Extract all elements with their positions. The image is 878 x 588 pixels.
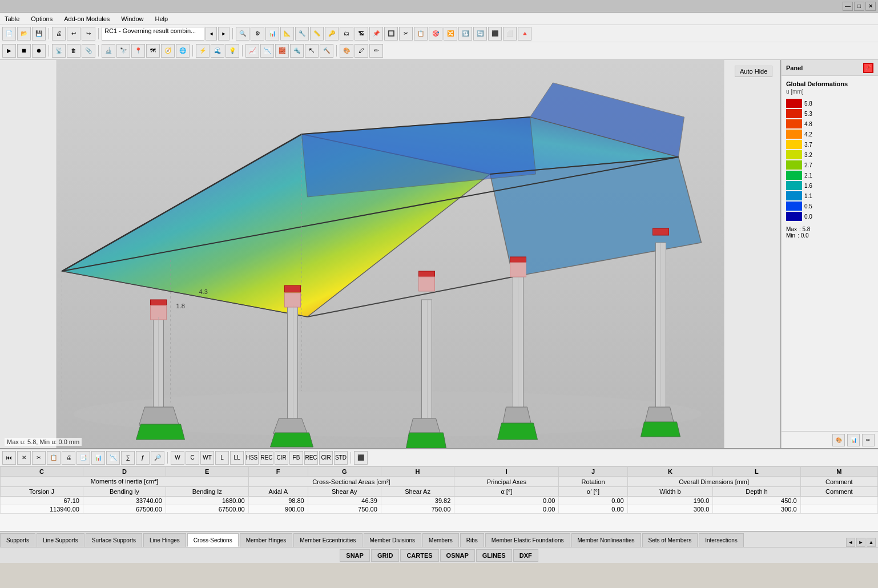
viewport[interactable]: 4.3 1.8 Max u: 5.8, Min u: 0.0 mm bbox=[0, 60, 781, 448]
table-cell[interactable]: 450.0 bbox=[713, 497, 800, 505]
table-cell[interactable]: 300.0 bbox=[713, 505, 800, 514]
menu-addon[interactable]: Add-on Modules bbox=[62, 14, 112, 23]
tbl-tb-7[interactable]: 📊 bbox=[91, 451, 105, 465]
menu-help[interactable]: Help bbox=[152, 14, 170, 23]
tb2-w[interactable]: 🖊 bbox=[355, 44, 368, 58]
tb2-g[interactable]: 🔬 bbox=[102, 44, 115, 58]
tb-btn-b[interactable]: ⚙ bbox=[251, 27, 264, 41]
tb-btn-r[interactable]: ⬛ bbox=[488, 27, 502, 41]
table-cell[interactable]: 0.00 bbox=[454, 497, 559, 505]
table-cell[interactable]: 1680.00 bbox=[166, 497, 248, 505]
tb2-b[interactable]: ⏹ bbox=[17, 44, 31, 58]
tab-intersections[interactable]: Intersections bbox=[699, 533, 744, 547]
tb-btn-f[interactable]: 📏 bbox=[310, 27, 324, 41]
tbl-tb-13[interactable]: C bbox=[186, 451, 199, 465]
table-cell[interactable]: 46.39 bbox=[308, 497, 381, 505]
maximize-button[interactable]: □ bbox=[854, 2, 864, 11]
tab-members[interactable]: Members bbox=[422, 533, 459, 547]
tb-btn-n[interactable]: 🎯 bbox=[429, 27, 442, 41]
tbl-tb-3[interactable]: ✂ bbox=[32, 451, 46, 465]
tb2-d[interactable]: 📡 bbox=[52, 44, 66, 58]
tbl-tb-4[interactable]: 📋 bbox=[47, 451, 61, 465]
combo-load-case[interactable]: RC1 - Governing result combin... bbox=[102, 27, 204, 41]
table-cell[interactable]: 900.00 bbox=[248, 505, 308, 514]
status-btn-glines[interactable]: GLINES bbox=[476, 549, 512, 562]
status-btn-snap[interactable]: SNAP bbox=[340, 549, 370, 562]
tb-print[interactable]: 🖨 bbox=[52, 27, 66, 41]
tbl-tb-23[interactable]: STD bbox=[334, 451, 348, 465]
tb2-i[interactable]: 📍 bbox=[131, 44, 145, 58]
tb-next[interactable]: ► bbox=[218, 27, 229, 41]
tb2-o[interactable]: 💡 bbox=[225, 44, 239, 58]
table-cell[interactable]: 750.00 bbox=[308, 505, 381, 514]
tbl-tb-15[interactable]: L bbox=[215, 451, 229, 465]
minimize-button[interactable]: — bbox=[843, 2, 853, 11]
tbl-tb-6[interactable]: 📑 bbox=[76, 451, 90, 465]
menu-table[interactable]: Table bbox=[2, 14, 22, 23]
tbl-tb-9[interactable]: ∑ bbox=[121, 451, 135, 465]
tab-scroll-btn-1[interactable]: ► bbox=[856, 538, 865, 547]
menu-window[interactable]: Window bbox=[119, 14, 146, 23]
status-btn-dxf[interactable]: DXF bbox=[513, 549, 538, 562]
status-btn-cartes[interactable]: CARTES bbox=[400, 549, 438, 562]
tbl-tb-8[interactable]: 📉 bbox=[106, 451, 120, 465]
tbl-tb-2[interactable]: ✕ bbox=[17, 451, 31, 465]
tbl-tb-20[interactable]: FB bbox=[289, 451, 303, 465]
tb2-q[interactable]: 📉 bbox=[260, 44, 274, 58]
tb-btn-g[interactable]: 🔑 bbox=[325, 27, 339, 41]
tbl-tb-16[interactable]: LL bbox=[230, 451, 244, 465]
tbl-tb-19[interactable]: CIR bbox=[275, 451, 288, 465]
tab-surface-supports[interactable]: Surface Supports bbox=[86, 533, 142, 547]
tb-btn-t[interactable]: 🔺 bbox=[518, 27, 531, 41]
tbl-tb-24[interactable]: ⬛ bbox=[354, 451, 368, 465]
tb2-s[interactable]: 🔩 bbox=[290, 44, 304, 58]
tb-btn-o[interactable]: 🔀 bbox=[444, 27, 457, 41]
tab-member-hinges[interactable]: Member Hinges bbox=[240, 533, 293, 547]
tb2-t[interactable]: ⛏ bbox=[305, 44, 319, 58]
tbl-tb-1[interactable]: ⏮ bbox=[2, 451, 16, 465]
tbl-tb-11[interactable]: 🔎 bbox=[151, 451, 164, 465]
table-cell[interactable]: 98.80 bbox=[248, 497, 308, 505]
tbl-tb-21[interactable]: REC bbox=[304, 451, 318, 465]
menu-options[interactable]: Options bbox=[29, 14, 55, 23]
tb2-k[interactable]: 🧭 bbox=[161, 44, 175, 58]
table-cell[interactable]: 750.00 bbox=[381, 505, 454, 514]
tb-btn-j[interactable]: 📌 bbox=[369, 27, 383, 41]
tb2-n[interactable]: 🌊 bbox=[211, 44, 224, 58]
table-cell[interactable]: 0.00 bbox=[559, 505, 627, 514]
tb2-m[interactable]: ⚡ bbox=[196, 44, 210, 58]
table-row[interactable]: 113940.0067500.0067500.00900.00750.00750… bbox=[1, 505, 878, 514]
close-button[interactable]: ✕ bbox=[865, 2, 876, 11]
table-cell[interactable]: 33740.00 bbox=[83, 497, 166, 505]
tab-supports[interactable]: Supports bbox=[0, 533, 35, 547]
tb-prev[interactable]: ◄ bbox=[206, 27, 217, 41]
tb-save[interactable]: 💾 bbox=[32, 27, 46, 41]
table-cell[interactable]: 190.0 bbox=[627, 497, 713, 505]
tbl-tb-18[interactable]: REC bbox=[260, 451, 273, 465]
tab-scroll-btn-2[interactable]: ▲ bbox=[867, 538, 876, 547]
tb2-h[interactable]: 🔭 bbox=[116, 44, 130, 58]
auto-hide-button[interactable]: Auto Hide bbox=[735, 66, 772, 77]
tbl-tb-12[interactable]: W bbox=[171, 451, 184, 465]
tb-btn-s[interactable]: ⬜ bbox=[503, 27, 517, 41]
table-cell[interactable]: 67.10 bbox=[1, 497, 83, 505]
panel-foot-btn-2[interactable]: 📊 bbox=[847, 434, 860, 446]
tab-sets-of-members[interactable]: Sets of Members bbox=[642, 533, 698, 547]
tb-btn-l[interactable]: ✂ bbox=[399, 27, 413, 41]
tab-member-divisions[interactable]: Member Divisions bbox=[364, 533, 421, 547]
tb-undo[interactable]: ↩ bbox=[67, 27, 80, 41]
table-cell[interactable] bbox=[800, 497, 877, 505]
table-cell[interactable]: 0.00 bbox=[559, 497, 627, 505]
status-btn-osnap[interactable]: OSNAP bbox=[440, 549, 475, 562]
tab-line-hinges[interactable]: Line Hinges bbox=[143, 533, 186, 547]
tbl-tb-10[interactable]: ƒ bbox=[136, 451, 150, 465]
panel-pin-button[interactable]: 📌 bbox=[863, 63, 873, 73]
tb2-x[interactable]: ✏ bbox=[369, 44, 383, 58]
tab-scroll-btn-0[interactable]: ◄ bbox=[846, 538, 855, 547]
tab-member-nonlinearities[interactable]: Member Nonlinearities bbox=[571, 533, 641, 547]
table-cell[interactable]: 67500.00 bbox=[83, 505, 166, 514]
panel-foot-btn-1[interactable]: 🎨 bbox=[832, 434, 845, 446]
tab-line-supports[interactable]: Line Supports bbox=[37, 533, 84, 547]
tb2-r[interactable]: 🧱 bbox=[275, 44, 289, 58]
table-row[interactable]: 67.1033740.001680.0098.8046.3939.820.000… bbox=[1, 497, 878, 505]
